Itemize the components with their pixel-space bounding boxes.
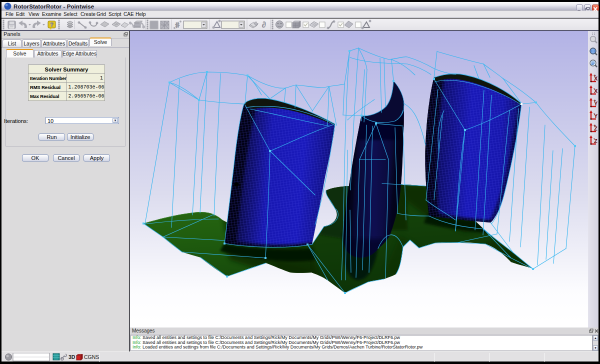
svg-text:X: X [594,88,598,94]
svg-text:?: ? [50,22,54,28]
svg-text:CGNS: CGNS [84,354,99,360]
svg-text:Y: Y [594,100,598,106]
svg-text:X: X [594,76,598,82]
svg-text:Z: Z [594,138,598,144]
svg-text:Z: Z [594,126,598,132]
svg-text:3D: 3D [68,354,76,360]
svg-text:∂: ∂ [262,20,266,29]
svg-text:Y: Y [594,113,598,119]
